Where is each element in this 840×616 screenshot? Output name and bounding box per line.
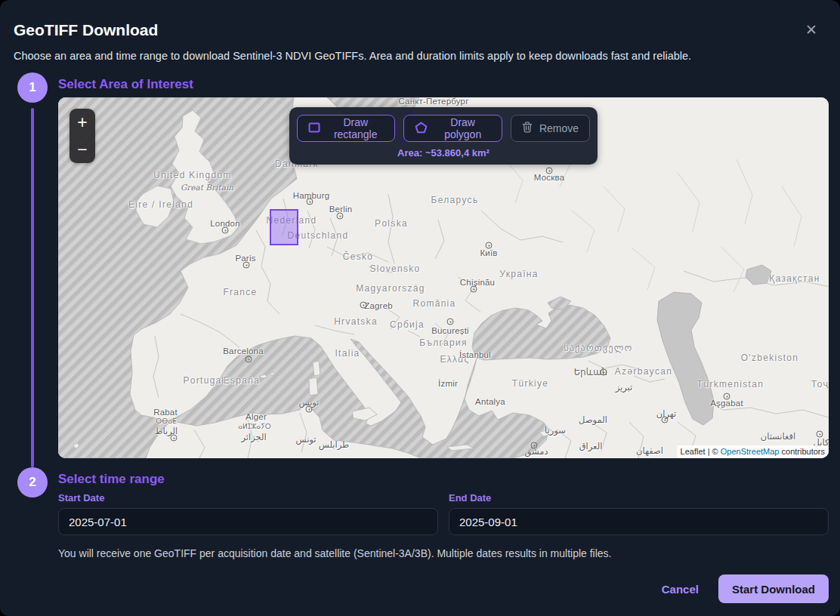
- zoom-in-button[interactable]: +: [69, 109, 95, 136]
- step-2-title: Select time range: [58, 472, 829, 487]
- draw-polygon-label: Draw polygon: [434, 116, 490, 140]
- leaflet-link[interactable]: Leaflet: [681, 447, 706, 456]
- dialog-header: GeoTIFF Download ✕: [0, 0, 840, 39]
- end-date-label: End Date: [449, 492, 829, 504]
- step-2-rail: 2: [17, 467, 48, 560]
- zoom-out-button[interactable]: −: [69, 136, 95, 163]
- dialog-title: GeoTIFF Download: [14, 21, 826, 39]
- step-1-title: Select Area of Interest: [58, 77, 829, 92]
- area-readout: Area: ~53.860,4 km²: [297, 147, 590, 159]
- cancel-button[interactable]: Cancel: [662, 583, 699, 596]
- start-date-input[interactable]: [58, 508, 438, 535]
- dialog-footer: Cancel Start Download: [0, 574, 829, 603]
- pentagon-icon: [415, 122, 428, 136]
- draw-rectangle-label: Draw rectangle: [327, 116, 384, 140]
- map-zoom-control: + −: [69, 109, 95, 163]
- map-canvas[interactable]: United KingdomGreat BritainEire / Irelan…: [58, 97, 829, 458]
- draw-rectangle-button[interactable]: Draw rectangle: [297, 115, 395, 142]
- dialog-description: Choose an area and time range to downloa…: [14, 50, 826, 63]
- start-date-label: Start Date: [58, 492, 438, 504]
- openstreetmap-link[interactable]: OpenStreetMap: [721, 447, 780, 456]
- rectangle-icon: [308, 122, 320, 135]
- start-download-button[interactable]: Start Download: [718, 574, 829, 603]
- draw-toolbar: Draw rectangle Draw polygon: [289, 107, 598, 165]
- attribution-separator: | ©: [708, 447, 718, 456]
- step-1-rail: 1: [17, 72, 48, 458]
- download-note: You will receive one GeoTIFF per acquisi…: [58, 547, 829, 560]
- map-selection[interactable]: [270, 209, 298, 245]
- step-connector-line: [31, 108, 34, 467]
- map-attribution: Leaflet | © OpenStreetMap contributors: [677, 445, 829, 458]
- step-1: 1 Select Area of Interest: [17, 72, 829, 458]
- draw-polygon-button[interactable]: Draw polygon: [403, 115, 502, 142]
- step-2-badge: 2: [17, 467, 48, 497]
- remove-label: Remove: [539, 122, 579, 134]
- geotiff-download-dialog: GeoTIFF Download ✕ Choose an area and ti…: [0, 0, 840, 616]
- end-date-input[interactable]: [449, 508, 829, 535]
- trash-icon: [522, 122, 533, 135]
- attribution-contributors: contributors: [782, 447, 825, 456]
- step-2: 2 Select time range Start Date End Date …: [17, 467, 829, 560]
- step-1-badge: 1: [17, 72, 48, 103]
- close-icon[interactable]: ✕: [802, 21, 820, 39]
- remove-button[interactable]: Remove: [511, 115, 590, 142]
